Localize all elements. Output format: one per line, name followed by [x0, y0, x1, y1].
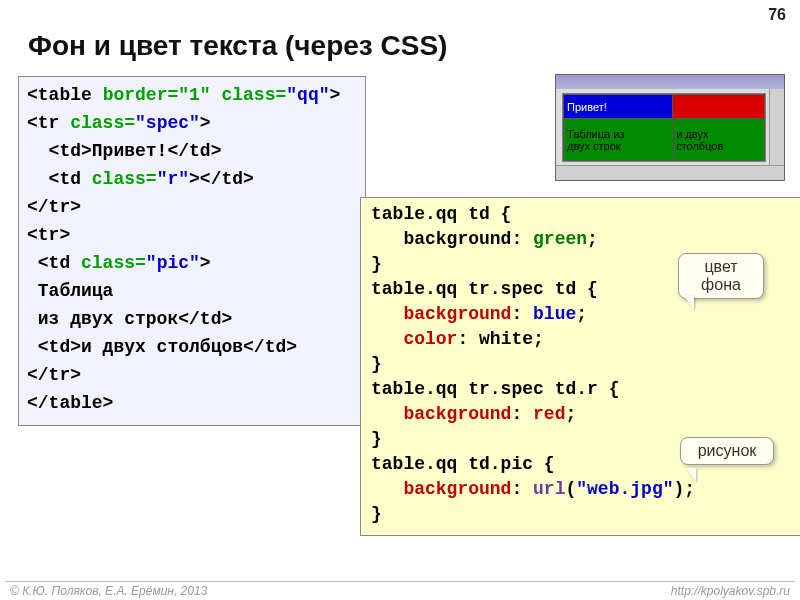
table-row: Привет! — [564, 95, 765, 119]
html-code-block: <table border="1" class="qq"> <tr class=… — [18, 76, 366, 426]
code-line: из двух строк</td> — [27, 309, 232, 329]
code-line: table.qq tr.spec td { — [371, 279, 598, 299]
page-number: 76 — [768, 6, 786, 24]
cell-hello: Привет! — [564, 95, 673, 119]
code-line: background: green; — [371, 229, 598, 249]
preview-window: Привет! Таблица из двух строк и двух сто… — [555, 74, 785, 181]
callout-tail-icon — [686, 468, 696, 482]
slide-title: Фон и цвет текста (через CSS) — [28, 30, 447, 62]
code-line: <td>Привет!</td> — [27, 141, 221, 161]
preview-table: Привет! Таблица из двух строк и двух сто… — [563, 94, 765, 161]
code-line: background: blue; — [371, 304, 587, 324]
preview-content: Привет! Таблица из двух строк и двух сто… — [562, 93, 766, 162]
code-line: <td class="r"></td> — [27, 169, 254, 189]
code-line: <td class="pic"> — [27, 253, 211, 273]
callout-picture: рисунок — [680, 437, 774, 465]
code-line: <table border="1" class="qq"> — [27, 85, 340, 105]
css-code-block: table.qq td { background: green; } table… — [360, 197, 800, 536]
code-line: } — [371, 504, 382, 524]
code-line: table.qq tr.spec td.r { — [371, 379, 619, 399]
code-line: background: red; — [371, 404, 576, 424]
code-line: <tr class="spec"> — [27, 113, 211, 133]
code-line: color: white; — [371, 329, 544, 349]
preview-titlebar — [556, 75, 784, 89]
code-line: table.qq td.pic { — [371, 454, 555, 474]
scrollbar-vertical[interactable] — [769, 89, 784, 166]
callout-text: цвет — [689, 258, 753, 276]
code-line: <tr> — [27, 225, 70, 245]
code-line: } — [371, 354, 382, 374]
footer-url: http://kpolyakov.spb.ru — [671, 584, 790, 598]
code-line: <td>и двух столбцов</td> — [27, 337, 297, 357]
code-line: </tr> — [27, 197, 81, 217]
code-line: background: url("web.jpg"); — [371, 479, 695, 499]
table-row: Таблица из двух строк и двух столбцов — [564, 119, 765, 161]
footer-copyright: © К.Ю. Поляков, Е.А. Ерёмин, 2013 — [10, 584, 207, 598]
callout-text: фона — [689, 276, 753, 294]
code-line: } — [371, 429, 382, 449]
cell-red — [673, 95, 765, 119]
code-line: Таблица — [27, 281, 113, 301]
callout-text: рисунок — [691, 442, 763, 460]
code-line: } — [371, 254, 382, 274]
code-line: </tr> — [27, 365, 81, 385]
cell-pic: Таблица из двух строк — [564, 119, 673, 161]
footer-divider — [5, 581, 795, 582]
callout-tail-icon — [684, 296, 694, 310]
callout-bg-color: цвет фона — [678, 253, 764, 299]
code-line: table.qq td { — [371, 204, 511, 224]
cell-plain: и двух столбцов — [673, 119, 765, 161]
scrollbar-horizontal[interactable] — [556, 165, 784, 180]
code-line: </table> — [27, 393, 113, 413]
